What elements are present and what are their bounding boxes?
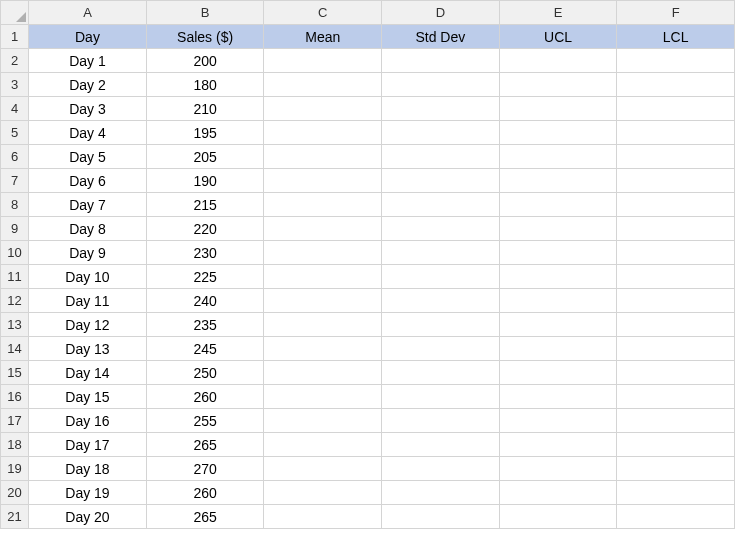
cell-empty[interactable] xyxy=(382,121,500,145)
spreadsheet-grid[interactable]: A B C D E F 1 Day Sales ($) Mean Std Dev… xyxy=(0,0,735,529)
header-day[interactable]: Day xyxy=(29,25,147,49)
cell-day[interactable]: Day 3 xyxy=(29,97,147,121)
row-header[interactable]: 3 xyxy=(1,73,29,97)
cell-empty[interactable] xyxy=(382,409,500,433)
cell-sales[interactable]: 240 xyxy=(146,289,264,313)
cell-sales[interactable]: 195 xyxy=(146,121,264,145)
cell-empty[interactable] xyxy=(382,289,500,313)
cell-empty[interactable] xyxy=(499,193,617,217)
cell-empty[interactable] xyxy=(382,73,500,97)
cell-empty[interactable] xyxy=(382,385,500,409)
row-header[interactable]: 10 xyxy=(1,241,29,265)
cell-empty[interactable] xyxy=(617,289,735,313)
cell-empty[interactable] xyxy=(264,361,382,385)
cell-empty[interactable] xyxy=(617,145,735,169)
cell-empty[interactable] xyxy=(617,505,735,529)
cell-empty[interactable] xyxy=(264,289,382,313)
header-lcl[interactable]: LCL xyxy=(617,25,735,49)
cell-sales[interactable]: 235 xyxy=(146,313,264,337)
cell-empty[interactable] xyxy=(264,409,382,433)
cell-empty[interactable] xyxy=(617,97,735,121)
cell-empty[interactable] xyxy=(499,145,617,169)
col-header-D[interactable]: D xyxy=(382,1,500,25)
cell-empty[interactable] xyxy=(499,313,617,337)
cell-sales[interactable]: 265 xyxy=(146,505,264,529)
cell-empty[interactable] xyxy=(264,73,382,97)
row-header[interactable]: 19 xyxy=(1,457,29,481)
cell-empty[interactable] xyxy=(382,505,500,529)
row-header[interactable]: 18 xyxy=(1,433,29,457)
row-header[interactable]: 21 xyxy=(1,505,29,529)
cell-empty[interactable] xyxy=(499,97,617,121)
cell-empty[interactable] xyxy=(617,313,735,337)
cell-day[interactable]: Day 12 xyxy=(29,313,147,337)
cell-empty[interactable] xyxy=(264,217,382,241)
cell-day[interactable]: Day 10 xyxy=(29,265,147,289)
cell-empty[interactable] xyxy=(499,457,617,481)
row-header[interactable]: 5 xyxy=(1,121,29,145)
header-ucl[interactable]: UCL xyxy=(499,25,617,49)
cell-empty[interactable] xyxy=(264,505,382,529)
cell-empty[interactable] xyxy=(617,409,735,433)
col-header-C[interactable]: C xyxy=(264,1,382,25)
cell-empty[interactable] xyxy=(617,361,735,385)
cell-empty[interactable] xyxy=(382,97,500,121)
row-header[interactable]: 12 xyxy=(1,289,29,313)
row-header[interactable]: 8 xyxy=(1,193,29,217)
row-header[interactable]: 7 xyxy=(1,169,29,193)
cell-empty[interactable] xyxy=(617,457,735,481)
cell-sales[interactable]: 190 xyxy=(146,169,264,193)
cell-empty[interactable] xyxy=(617,73,735,97)
cell-day[interactable]: Day 14 xyxy=(29,361,147,385)
cell-empty[interactable] xyxy=(264,481,382,505)
row-header[interactable]: 6 xyxy=(1,145,29,169)
cell-empty[interactable] xyxy=(264,169,382,193)
cell-sales[interactable]: 180 xyxy=(146,73,264,97)
cell-empty[interactable] xyxy=(499,433,617,457)
header-mean[interactable]: Mean xyxy=(264,25,382,49)
cell-sales[interactable]: 270 xyxy=(146,457,264,481)
row-header[interactable]: 4 xyxy=(1,97,29,121)
cell-sales[interactable]: 215 xyxy=(146,193,264,217)
cell-empty[interactable] xyxy=(382,169,500,193)
cell-empty[interactable] xyxy=(382,481,500,505)
cell-empty[interactable] xyxy=(264,337,382,361)
cell-day[interactable]: Day 11 xyxy=(29,289,147,313)
row-header[interactable]: 11 xyxy=(1,265,29,289)
row-header[interactable]: 14 xyxy=(1,337,29,361)
cell-empty[interactable] xyxy=(617,193,735,217)
cell-empty[interactable] xyxy=(264,457,382,481)
cell-empty[interactable] xyxy=(382,433,500,457)
col-header-A[interactable]: A xyxy=(29,1,147,25)
cell-empty[interactable] xyxy=(264,265,382,289)
cell-empty[interactable] xyxy=(617,433,735,457)
cell-day[interactable]: Day 2 xyxy=(29,73,147,97)
cell-day[interactable]: Day 7 xyxy=(29,193,147,217)
cell-empty[interactable] xyxy=(382,313,500,337)
cell-sales[interactable]: 230 xyxy=(146,241,264,265)
cell-empty[interactable] xyxy=(264,313,382,337)
cell-day[interactable]: Day 13 xyxy=(29,337,147,361)
cell-sales[interactable]: 200 xyxy=(146,49,264,73)
cell-sales[interactable]: 265 xyxy=(146,433,264,457)
select-all-corner[interactable] xyxy=(1,1,29,25)
cell-empty[interactable] xyxy=(264,385,382,409)
cell-empty[interactable] xyxy=(499,217,617,241)
cell-sales[interactable]: 220 xyxy=(146,217,264,241)
cell-empty[interactable] xyxy=(499,289,617,313)
cell-empty[interactable] xyxy=(617,241,735,265)
cell-empty[interactable] xyxy=(264,145,382,169)
col-header-E[interactable]: E xyxy=(499,1,617,25)
cell-empty[interactable] xyxy=(617,265,735,289)
cell-empty[interactable] xyxy=(499,481,617,505)
cell-day[interactable]: Day 5 xyxy=(29,145,147,169)
cell-empty[interactable] xyxy=(617,337,735,361)
cell-day[interactable]: Day 1 xyxy=(29,49,147,73)
cell-empty[interactable] xyxy=(499,265,617,289)
cell-empty[interactable] xyxy=(382,241,500,265)
cell-empty[interactable] xyxy=(617,169,735,193)
cell-day[interactable]: Day 19 xyxy=(29,481,147,505)
cell-empty[interactable] xyxy=(499,385,617,409)
cell-empty[interactable] xyxy=(499,409,617,433)
cell-day[interactable]: Day 18 xyxy=(29,457,147,481)
